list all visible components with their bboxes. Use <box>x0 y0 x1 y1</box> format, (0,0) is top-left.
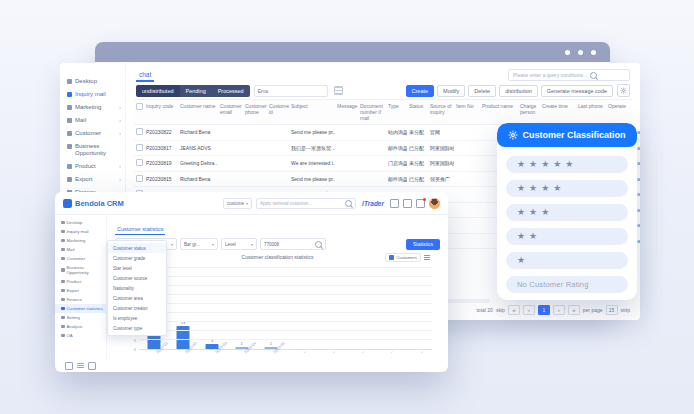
sidebar-item-product[interactable]: Product <box>55 277 106 286</box>
table-cell[interactable] <box>134 175 144 183</box>
current-page[interactable]: 1 <box>538 305 550 315</box>
sidebar-item-export[interactable]: Export <box>55 286 106 295</box>
dropdown-item[interactable]: Customer type <box>108 323 166 333</box>
chevron-right-icon: › <box>119 176 121 183</box>
window-dot-icon[interactable] <box>591 50 596 55</box>
generate-message-code-button[interactable]: Generate message code <box>541 85 613 97</box>
notification-bell-icon[interactable] <box>416 199 425 208</box>
sidebar-item-icon <box>67 79 72 84</box>
collapse-icon[interactable] <box>65 362 73 370</box>
bar-value-label: 1 <box>270 341 272 346</box>
sidebar-item-inquiry-mail[interactable]: Inquiry mail <box>60 88 125 101</box>
sidebar-item-customer[interactable]: Customer <box>55 254 106 263</box>
sidebar-item-mail[interactable]: Mail› <box>60 114 125 127</box>
table-cell: 已分配 <box>407 145 428 151</box>
rating-pill-5-stars[interactable]: ★★★★★ <box>506 156 628 173</box>
rating-pill-2-stars[interactable]: ★★ <box>506 228 628 245</box>
keyword-input[interactable]: 770008 <box>260 238 326 250</box>
browser-titlebar[interactable] <box>95 42 610 62</box>
column-header: Subject <box>289 102 335 110</box>
dropdown-item[interactable]: Customer source <box>108 273 166 283</box>
layout-icon[interactable] <box>88 362 96 370</box>
apps-icon[interactable] <box>390 199 399 208</box>
row-checkbox[interactable] <box>136 144 143 151</box>
sidebar-item-marketing[interactable]: Marketing› <box>60 101 125 114</box>
table-cell[interactable] <box>134 159 144 167</box>
menu-icon[interactable] <box>77 365 84 366</box>
sidebar-item-mail[interactable]: Mail <box>55 245 106 254</box>
advanced-filter-icon[interactable] <box>334 86 343 95</box>
segment-processed[interactable]: Processed <box>212 85 250 97</box>
statistics-button[interactable]: Statistics <box>406 239 440 250</box>
segment-undistributed[interactable]: undistributed <box>136 85 180 97</box>
table-settings-button[interactable] <box>617 84 630 97</box>
sidebar-item-business-opportunity[interactable]: Business Opportunity <box>60 140 125 160</box>
table-cell: 已分配 <box>407 176 428 182</box>
card-header: Customer Classification <box>497 123 637 147</box>
row-checkbox[interactable] <box>136 159 143 166</box>
distribution-button[interactable]: distribution <box>499 85 538 97</box>
sidebar-item-marketing[interactable]: Marketing <box>55 236 106 245</box>
sidebar-item-desktop[interactable]: Desktop <box>60 75 125 88</box>
help-icon[interactable] <box>403 199 412 208</box>
rating-pill-1-stars[interactable]: ★ <box>506 252 628 269</box>
sidebar-item-export[interactable]: Export› <box>60 173 125 186</box>
dropdown-item[interactable]: Star level <box>108 263 166 273</box>
logo-icon <box>63 199 72 208</box>
modify-button[interactable]: Modify <box>437 85 465 97</box>
level-select[interactable]: Level ▾ <box>221 238 257 250</box>
sidebar-item-desktop[interactable]: Desktop <box>55 218 106 227</box>
dropdown-item[interactable]: Customer grade <box>108 253 166 263</box>
sidebar-item-customer-statistics[interactable]: Customer statistics <box>55 304 106 313</box>
dropdown-item[interactable]: Customer status <box>108 243 166 253</box>
dropdown-item[interactable]: Customer area <box>108 293 166 303</box>
app-logo[interactable]: Bendola CRM <box>63 199 124 208</box>
tab-customer-statistics[interactable]: Customer statistics <box>115 226 165 235</box>
chart-menu-icon[interactable] <box>424 255 430 256</box>
pagination-control[interactable]: « <box>508 305 520 315</box>
sidebar-item-label: Finance <box>67 297 82 302</box>
pagination-control[interactable]: 15 <box>606 305 618 315</box>
select-all-checkbox[interactable] <box>136 103 143 110</box>
window-dot-icon[interactable] <box>565 50 570 55</box>
pagination: total 20skip«‹1›»per page15strip <box>476 305 630 315</box>
tab-chat[interactable]: chat <box>136 71 154 82</box>
logo-text: Bendola CRM <box>75 199 124 208</box>
email-filter-input[interactable]: Ema <box>254 85 328 97</box>
table-cell[interactable] <box>134 144 144 152</box>
sidebar-item-finance[interactable]: Finance <box>55 295 106 304</box>
dropdown-item[interactable]: Is employee <box>108 313 166 323</box>
sidebar-item-inquiry-mail[interactable]: Inquiry mail <box>55 227 106 236</box>
chart-type-select[interactable]: Bar gr... ▾ <box>180 238 218 250</box>
sidebar-item-icon <box>61 221 65 225</box>
row-checkbox[interactable] <box>136 175 143 182</box>
rating-pill-4-stars[interactable]: ★★★★ <box>506 180 628 197</box>
delete-button[interactable]: Delete <box>468 85 496 97</box>
global-search-input[interactable]: Apply retrieval customer... <box>256 198 356 209</box>
pagination-control[interactable]: › <box>553 305 565 315</box>
dropdown-item[interactable]: Nationality <box>108 283 166 293</box>
create-button[interactable]: Create <box>406 85 435 97</box>
sidebar-item-setting[interactable]: Setting <box>55 313 106 322</box>
rating-pill-3-stars[interactable]: ★★★ <box>506 204 628 221</box>
segment-pending[interactable]: Pending <box>180 85 212 97</box>
sidebar-item-product[interactable]: Product› <box>60 160 125 173</box>
brand-link[interactable]: iTrader <box>362 200 384 207</box>
bar-slot: 12023-05 <box>256 266 285 349</box>
user-avatar[interactable] <box>429 198 440 209</box>
dropdown-item[interactable]: Customer creator <box>108 303 166 313</box>
sidebar-item-oa[interactable]: OA <box>55 331 106 340</box>
sidebar-item-analysis[interactable]: Analysis <box>55 322 106 331</box>
scope-select[interactable]: custome ▾ <box>223 198 252 209</box>
legend-item[interactable]: Customers <box>385 253 421 262</box>
pagination-control[interactable]: ‹ <box>523 305 535 315</box>
table-cell[interactable] <box>134 128 144 136</box>
query-input[interactable]: Please enter a query conditions... <box>508 69 630 81</box>
sidebar-item-business-opportunity[interactable]: Business Opportunity <box>55 263 106 277</box>
sidebar-item-icon <box>67 105 72 110</box>
sidebar-item-customer[interactable]: Customer› <box>60 127 125 140</box>
row-checkbox[interactable] <box>136 128 143 135</box>
pagination-control[interactable]: » <box>568 305 580 315</box>
window-dot-icon[interactable] <box>578 50 583 55</box>
rating-pill-none[interactable]: No Customer Rating <box>506 276 628 293</box>
